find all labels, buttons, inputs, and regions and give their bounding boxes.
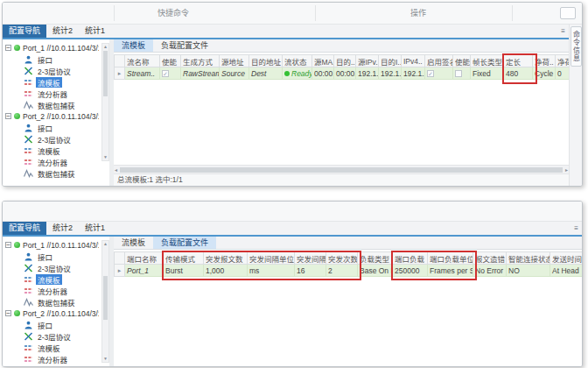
column-header[interactable]: 突发间隔 [295, 252, 326, 265]
grid-cell[interactable]: Dest [249, 67, 283, 80]
grid-cell[interactable]: RawStream [181, 67, 220, 80]
tree-item[interactable]: 流分析器 [5, 285, 99, 296]
ribbon-collapse-button[interactable] [560, 7, 576, 19]
grid-cell[interactable]: 2 [326, 265, 358, 277]
tab-stream-template[interactable]: 流模板 [114, 237, 153, 249]
grid-cell[interactable]: Port_1 [125, 265, 164, 277]
tree-item[interactable]: 流模板 [5, 273, 99, 285]
grid-cell[interactable]: ✓ [160, 67, 181, 80]
table-row[interactable]: ▸Port_1Burst1,000ms162Base On Port250000… [115, 265, 583, 277]
tab-stats1[interactable]: 统计1 [79, 25, 111, 38]
grid-cell[interactable]: 480 [504, 67, 533, 80]
tree-port-node[interactable]: −Port_1 //10.0.11.104/3/13 [5, 239, 99, 251]
column-header[interactable]: 生成方式 [181, 55, 220, 67]
grid-cell[interactable]: ms [248, 265, 295, 277]
tab-stream-template[interactable]: 流模板 [114, 39, 153, 52]
tab-load-profile[interactable]: 负载配置文件 [153, 39, 216, 52]
column-header[interactable]: 突发次数 [326, 252, 358, 265]
column-header[interactable]: 端口负载单位 [428, 252, 473, 265]
tree-scrollbar[interactable]: ▲ ▼ [102, 240, 109, 363]
grid-cell[interactable]: Stream.. [125, 67, 160, 80]
horizontal-scrollbar[interactable]: ◂ ▸ [114, 165, 569, 173]
tab-config-nav[interactable]: 配置导航 [3, 25, 46, 38]
grid-cell[interactable]: Frames per Second [428, 265, 473, 277]
row-selector[interactable]: ▸ [115, 265, 125, 277]
column-header[interactable]: 报文造错 [473, 252, 507, 265]
grid-cell[interactable]: Source [220, 67, 249, 80]
tree-item[interactable]: 2-3层协议 [5, 65, 99, 76]
grid-cell[interactable]: No Error [473, 265, 507, 277]
checkbox[interactable] [455, 70, 462, 77]
column-header[interactable]: 源地址 [220, 55, 249, 67]
tree-port-node[interactable]: −Port_2 //10.0.11.104/3/14 [5, 308, 99, 319]
tab-list-menu-icon[interactable]: ≡ [574, 224, 578, 232]
checkbox[interactable]: ✓ [427, 70, 434, 77]
tab-load-profile[interactable]: 负载配置文件 [153, 237, 216, 249]
column-header[interactable]: 净荷.. [533, 55, 556, 67]
tab-list-menu-icon[interactable]: ≡ [561, 27, 565, 35]
tree-item[interactable]: 接口 [5, 53, 99, 65]
tree-port-node[interactable]: −Port_1 //10.0.11.104/3/13 [5, 42, 99, 53]
table-row[interactable]: ▸Stream..✓RawStreamSourceDestReady00:00.… [115, 67, 570, 80]
column-header[interactable]: 源MA.. [312, 55, 334, 67]
side-panel-tab[interactable]: 命令信息 [570, 26, 582, 67]
column-header[interactable]: 目的.. [334, 55, 356, 67]
grid-cell[interactable]: 0 [556, 67, 570, 80]
tree-item[interactable]: 流分析器 [5, 88, 99, 99]
grid-cell[interactable]: 1,000 [204, 265, 248, 277]
grid-cell[interactable]: 00:00.. [334, 67, 356, 80]
column-header[interactable]: 源IPv.. [356, 55, 379, 67]
grid-cell[interactable]: NO [507, 265, 550, 277]
column-header[interactable]: 突发报文数 [204, 252, 248, 265]
grid-cell[interactable]: Ready [283, 67, 312, 80]
collapse-expander-icon[interactable]: − [5, 45, 11, 51]
column-header[interactable]: 突发间隔单位 [248, 252, 295, 265]
column-header[interactable]: 定长 [504, 55, 533, 67]
scroll-down-icon[interactable]: ▼ [102, 356, 108, 362]
tab-config-nav[interactable]: 配置导航 [3, 222, 46, 235]
scroll-up-icon[interactable]: ▲ [102, 241, 108, 247]
column-header[interactable]: 启用签名 [425, 55, 453, 67]
tree-item[interactable]: 2-3层协议 [5, 262, 99, 273]
column-header[interactable]: 净荷值 [556, 55, 570, 67]
column-header[interactable]: 使能.. [453, 55, 471, 67]
tree-scrollbar[interactable]: ▲ ▼ [102, 43, 109, 161]
grid-cell[interactable]: 16 [295, 265, 326, 277]
grid-cell[interactable]: 192.1.. [379, 67, 402, 80]
scroll-right-icon[interactable]: ▸ [564, 166, 569, 173]
grid-cell[interactable]: 00:00.. [312, 67, 334, 80]
tree-item[interactable]: 流分析器 [5, 156, 99, 167]
grid-cell[interactable]: Base On Port [358, 265, 393, 277]
tab-stats1[interactable]: 统计1 [79, 222, 111, 235]
column-header[interactable]: 目的地址 [249, 55, 283, 67]
grid-cell[interactable]: ✓ [425, 67, 453, 80]
tree-item[interactable]: 接口 [5, 319, 99, 330]
scroll-left-icon[interactable]: ◂ [114, 166, 118, 173]
scrollbar-thumb[interactable] [103, 51, 108, 96]
column-header[interactable]: IPv4.. [402, 55, 425, 67]
grid-cell[interactable]: Fixed [471, 67, 504, 80]
collapse-expander-icon[interactable]: − [5, 310, 11, 316]
tree-item[interactable]: 数据包捕获 [5, 99, 99, 110]
grid-cell[interactable] [453, 67, 471, 80]
tree-item[interactable]: 接口 [5, 251, 99, 262]
checkbox[interactable]: ✓ [162, 70, 169, 77]
column-header[interactable]: 端口名称 [125, 252, 164, 265]
grid-cell[interactable]: 192.1.. [356, 67, 379, 80]
grid-cell[interactable]: Cycle [533, 67, 556, 80]
column-header[interactable]: 传输模式 [164, 252, 204, 265]
row-selector[interactable]: ▸ [115, 67, 125, 80]
column-header[interactable]: 发送时间戳位 [550, 252, 583, 265]
tab-stats2[interactable]: 统计2 [46, 25, 79, 38]
grid-cell[interactable]: 192.1.. [402, 67, 425, 80]
tree-item[interactable]: 数据包捕获 [5, 364, 99, 366]
column-header[interactable]: 流名称 [125, 55, 160, 67]
column-header[interactable]: 端口负载 [393, 252, 428, 265]
grid-cell[interactable]: Burst [164, 265, 204, 277]
tree-port-node[interactable]: −Port_2 //10.0.11.104/3/14 [5, 110, 99, 122]
tab-stats2[interactable]: 统计2 [46, 222, 79, 235]
column-header[interactable]: 负载类型 [358, 252, 393, 265]
scroll-down-icon[interactable]: ▼ [102, 154, 108, 160]
collapse-expander-icon[interactable]: − [5, 113, 11, 119]
tree-item[interactable]: 流模板 [5, 342, 99, 353]
